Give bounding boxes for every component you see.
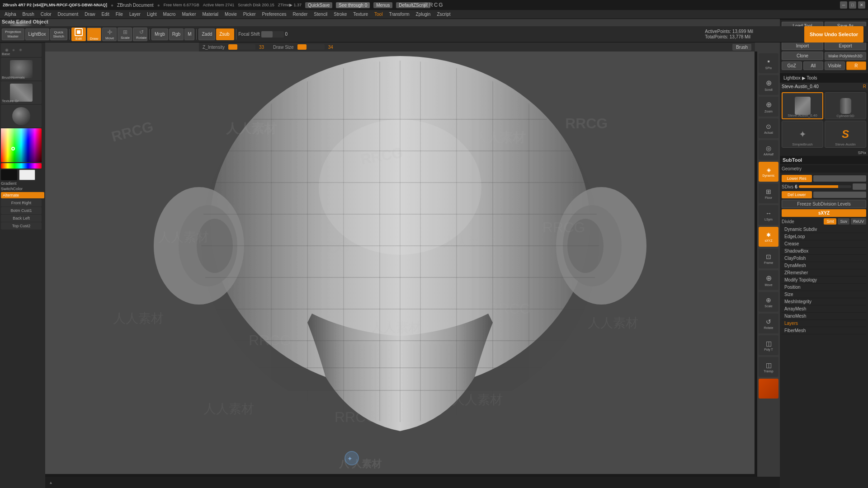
zadd-button[interactable]: Zadd xyxy=(198,28,215,40)
viewport-scrollbar-right[interactable] xyxy=(755,52,757,477)
nav-move[interactable]: ⊕ Move xyxy=(759,270,778,290)
nav-scale[interactable]: ⊕ Scale xyxy=(759,292,778,312)
smt-button[interactable]: Smt xyxy=(824,218,836,225)
tool-steve-austin2[interactable]: S Steve-Austin xyxy=(825,121,866,148)
brush-normals[interactable]: BrushNormals xyxy=(1,58,42,80)
import-button[interactable]: Import xyxy=(782,42,823,50)
nav-frame[interactable]: ⊡ Frame xyxy=(759,249,778,268)
swatch-white[interactable] xyxy=(19,169,35,180)
menu-tool[interactable]: Tool xyxy=(372,11,385,18)
color-picker[interactable] xyxy=(1,128,42,162)
zremesher-item[interactable]: ZRemesher xyxy=(782,269,866,277)
sdiv-slider[interactable] xyxy=(799,185,851,188)
show-undo-selector-button[interactable]: Show Undo Selector xyxy=(804,26,863,42)
position-item[interactable]: Position xyxy=(782,284,866,291)
menu-draw[interactable]: Draw xyxy=(82,11,98,18)
nav-aahalf[interactable]: ◎ AAHalf xyxy=(759,140,778,160)
visible-button[interactable]: Visible xyxy=(825,61,845,70)
r-button[interactable]: R xyxy=(846,61,867,70)
claypolish-item[interactable]: ClayPolish xyxy=(782,255,866,262)
xyz-button[interactable]: sXYZ xyxy=(782,209,866,217)
viewport[interactable]: RRCG 人人素材 RRCG 人人素材 RRCG 人人素材 RRCG 人人素材 … xyxy=(45,52,755,488)
zsub-button[interactable]: Zsub xyxy=(216,28,234,40)
del-lower-button[interactable]: Del Lower xyxy=(782,191,812,198)
menu-color[interactable]: Color xyxy=(38,11,54,18)
nanomesh-item[interactable]: NanoMesh xyxy=(782,313,866,320)
menu-material[interactable]: Material xyxy=(200,11,222,18)
tool-simplebrush[interactable]: ✦ SimpleBrush xyxy=(782,121,823,148)
nav-lsym[interactable]: ↔ LSym xyxy=(759,205,778,225)
edgeloop-item[interactable]: EdgeLoop xyxy=(782,233,866,240)
geometry-section-title[interactable]: Geometry xyxy=(780,165,868,173)
menu-edit[interactable]: Edit xyxy=(99,11,112,18)
export-button[interactable]: Export xyxy=(825,42,866,50)
edit-mode-button[interactable]: Edit xyxy=(71,28,86,41)
menu-alpha[interactable]: Alpha xyxy=(2,11,19,18)
brush-base[interactable]: Base xyxy=(1,43,42,57)
dynamesh-item[interactable]: DynaMesh xyxy=(782,262,866,269)
switch-color-button[interactable]: SwitchColor xyxy=(1,187,44,191)
mrgb-button[interactable]: Mrgb xyxy=(151,28,168,40)
menu-file[interactable]: File xyxy=(113,11,126,18)
shadowbox-item[interactable]: ShadowBox xyxy=(782,248,866,255)
draw-mode-button[interactable]: Draw xyxy=(87,28,101,41)
arraymesh-item[interactable]: ArrayMesh xyxy=(782,305,866,313)
menu-texture[interactable]: Texture xyxy=(350,11,371,18)
quicksave-button[interactable]: QuickSave xyxy=(305,2,332,8)
menu-stencil[interactable]: Stencil xyxy=(311,11,330,18)
view-botm-cust1[interactable]: Botm Cust1 xyxy=(1,207,42,214)
minimize-button[interactable]: ─ xyxy=(840,1,847,9)
subtool-header[interactable]: SubTool xyxy=(780,156,868,164)
nav-spix[interactable]: ▪ SPix xyxy=(759,53,778,73)
brush-sphere[interactable] xyxy=(1,105,42,127)
view-top-cust2[interactable]: Top Cust2 xyxy=(1,222,42,230)
nav-transp[interactable]: ◫ Transp xyxy=(759,357,778,377)
size-item[interactable]: Size xyxy=(782,291,866,298)
nav-rotate[interactable]: ↺ Rotate xyxy=(759,314,778,333)
view-front-right[interactable]: Front Right xyxy=(1,199,42,206)
lightbox-button[interactable]: LightBox xyxy=(25,28,49,40)
lightbox-tools-label[interactable]: Lightbox ▶ Tools xyxy=(782,75,866,81)
material-swatch[interactable] xyxy=(759,379,778,399)
rotate-mode-button[interactable]: ↺ Rotate xyxy=(133,28,147,41)
dynamic-subdiv-item[interactable]: Dynamic Subdiv xyxy=(782,226,866,233)
modify-topology-item[interactable]: Modify Topology xyxy=(782,277,866,284)
maximize-button[interactable]: □ xyxy=(849,1,856,9)
nav-actual[interactable]: ⊙ Actual xyxy=(759,118,778,138)
meshintegrity-item[interactable]: MeshIntegrity xyxy=(782,298,866,305)
projection-master-button[interactable]: Projection Master xyxy=(2,28,24,40)
color-hue-bar[interactable] xyxy=(1,163,42,169)
brush-texture[interactable]: Texture Gr xyxy=(1,81,42,104)
nav-dynamic[interactable]: ◈ Dynamic xyxy=(759,162,778,182)
view-back-left[interactable]: Back Left xyxy=(1,215,42,222)
make-polymesh3d-button[interactable]: Make PolyMesh3D xyxy=(825,52,866,60)
move-mode-button[interactable]: ✛ Move xyxy=(102,28,117,41)
menu-zscript[interactable]: Zscript xyxy=(434,11,453,18)
layers-item[interactable]: Layers xyxy=(782,320,866,327)
menu-light[interactable]: Light xyxy=(144,11,160,18)
menu-layer[interactable]: Layer xyxy=(127,11,143,18)
nav-polyt[interactable]: ◫ Poly T xyxy=(759,335,778,355)
menu-movie[interactable]: Movie xyxy=(222,11,240,18)
menu-picker[interactable]: Picker xyxy=(241,11,259,18)
swatch-black[interactable] xyxy=(1,169,17,180)
nav-scroll[interactable]: ⊕ Scroll xyxy=(759,75,778,95)
lower-res-button[interactable]: Lower Res xyxy=(782,175,812,182)
m-button[interactable]: M xyxy=(184,28,194,40)
nav-zoom[interactable]: ⊕ Zoom xyxy=(759,97,778,117)
z-intensity-slider[interactable] xyxy=(228,44,255,50)
rgb-button[interactable]: Rgb xyxy=(169,28,184,40)
menu-brush[interactable]: Brush xyxy=(20,11,37,18)
menu-render[interactable]: Render xyxy=(290,11,311,18)
menu-document[interactable]: Document xyxy=(55,11,81,18)
goz-button[interactable]: GoZ xyxy=(782,61,802,70)
crease-item[interactable]: Crease xyxy=(782,240,866,248)
menu-transform[interactable]: Transform xyxy=(386,11,412,18)
nav-sxyz[interactable]: ✱ sXYZ xyxy=(759,227,778,247)
suv-button[interactable]: Suv xyxy=(838,218,849,225)
menu-preferences[interactable]: Preferences xyxy=(259,11,289,18)
menu-marker[interactable]: Marker xyxy=(179,11,198,18)
tool-human-figure[interactable]: Steve-Austin_0.40 xyxy=(782,92,823,119)
seethrough-button[interactable]: See through 0 xyxy=(336,2,370,8)
quick-sketch-button[interactable]: Quick Sketch xyxy=(50,28,67,40)
